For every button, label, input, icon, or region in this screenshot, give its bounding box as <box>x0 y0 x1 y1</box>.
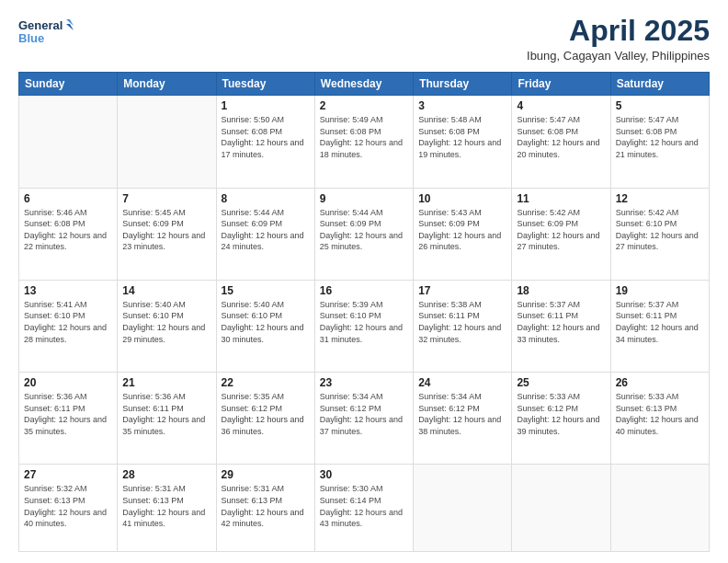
day-sunset: Sunset: 6:08 PM <box>616 126 704 138</box>
day-daylight: Daylight: 12 hours and 41 minutes. <box>122 507 210 530</box>
svg-text:Blue: Blue <box>18 31 44 45</box>
day-sunrise: Sunrise: 5:50 AM <box>222 114 310 126</box>
day-sunset: Sunset: 6:09 PM <box>320 218 408 230</box>
calendar-header-row: Sunday Monday Tuesday Wednesday Thursday… <box>19 73 710 96</box>
day-sunset: Sunset: 6:10 PM <box>24 310 112 322</box>
title-block: April 2025 Ibung, Cagayan Valley, Philip… <box>527 15 710 63</box>
day-number: 30 <box>320 468 408 481</box>
day-sunrise: Sunrise: 5:36 AM <box>24 391 112 403</box>
day-sunset: Sunset: 6:13 PM <box>122 495 210 507</box>
day-sunset: Sunset: 6:12 PM <box>517 403 605 415</box>
table-row: 2 Sunrise: 5:49 AM Sunset: 6:08 PM Dayli… <box>314 96 413 188</box>
day-daylight: Daylight: 12 hours and 31 minutes. <box>320 322 408 345</box>
table-row <box>19 96 118 188</box>
day-daylight: Daylight: 12 hours and 38 minutes. <box>418 414 506 437</box>
day-daylight: Daylight: 12 hours and 17 minutes. <box>222 137 310 160</box>
day-sunset: Sunset: 6:13 PM <box>616 403 704 415</box>
day-number: 19 <box>616 284 704 297</box>
day-sunrise: Sunrise: 5:33 AM <box>517 391 605 403</box>
day-sunset: Sunset: 6:11 PM <box>616 310 704 322</box>
day-sunset: Sunset: 6:08 PM <box>24 218 112 230</box>
day-sunrise: Sunrise: 5:37 AM <box>517 299 605 311</box>
table-row <box>610 465 709 552</box>
day-number: 23 <box>320 376 408 389</box>
day-sunrise: Sunrise: 5:40 AM <box>122 299 210 311</box>
day-sunset: Sunset: 6:11 PM <box>122 403 210 415</box>
day-daylight: Daylight: 12 hours and 20 minutes. <box>517 137 605 160</box>
day-sunset: Sunset: 6:08 PM <box>222 126 310 138</box>
day-sunset: Sunset: 6:11 PM <box>24 403 112 415</box>
day-daylight: Daylight: 12 hours and 27 minutes. <box>616 230 704 253</box>
svg-marker-3 <box>66 24 74 30</box>
table-row: 28 Sunrise: 5:31 AM Sunset: 6:13 PM Dayl… <box>118 465 216 552</box>
table-row: 4 Sunrise: 5:47 AM Sunset: 6:08 PM Dayli… <box>512 96 610 188</box>
page-header: General Blue April 2025 Ibung, Cagayan V… <box>18 15 710 63</box>
day-daylight: Daylight: 12 hours and 36 minutes. <box>222 414 310 437</box>
day-daylight: Daylight: 12 hours and 25 minutes. <box>320 230 408 253</box>
day-daylight: Daylight: 12 hours and 19 minutes. <box>418 137 506 160</box>
day-sunrise: Sunrise: 5:48 AM <box>418 114 506 126</box>
table-row: 8 Sunrise: 5:44 AM Sunset: 6:09 PM Dayli… <box>216 188 314 280</box>
table-row: 14 Sunrise: 5:40 AM Sunset: 6:10 PM Dayl… <box>118 280 216 372</box>
day-daylight: Daylight: 12 hours and 40 minutes. <box>616 414 704 437</box>
day-sunset: Sunset: 6:08 PM <box>320 126 408 138</box>
table-row: 9 Sunrise: 5:44 AM Sunset: 6:09 PM Dayli… <box>314 188 413 280</box>
day-sunset: Sunset: 6:09 PM <box>517 218 605 230</box>
page-subtitle: Ibung, Cagayan Valley, Philippines <box>527 49 710 63</box>
table-row: 15 Sunrise: 5:40 AM Sunset: 6:10 PM Dayl… <box>216 280 314 372</box>
day-sunset: Sunset: 6:13 PM <box>222 495 310 507</box>
day-number: 22 <box>222 376 310 389</box>
day-daylight: Daylight: 12 hours and 39 minutes. <box>517 414 605 437</box>
col-tuesday: Tuesday <box>216 73 314 96</box>
day-sunset: Sunset: 6:09 PM <box>418 218 506 230</box>
day-sunset: Sunset: 6:12 PM <box>418 403 506 415</box>
day-daylight: Daylight: 12 hours and 33 minutes. <box>517 322 605 345</box>
day-daylight: Daylight: 12 hours and 22 minutes. <box>24 230 112 253</box>
day-sunrise: Sunrise: 5:49 AM <box>320 114 408 126</box>
day-sunrise: Sunrise: 5:36 AM <box>122 391 210 403</box>
table-row: 30 Sunrise: 5:30 AM Sunset: 6:14 PM Dayl… <box>314 465 413 552</box>
col-sunday: Sunday <box>19 73 118 96</box>
day-sunrise: Sunrise: 5:47 AM <box>616 114 704 126</box>
day-sunrise: Sunrise: 5:35 AM <box>222 391 310 403</box>
table-row: 16 Sunrise: 5:39 AM Sunset: 6:10 PM Dayl… <box>314 280 413 372</box>
day-number: 2 <box>320 99 408 112</box>
day-number: 27 <box>24 468 112 481</box>
day-sunrise: Sunrise: 5:33 AM <box>616 391 704 403</box>
table-row: 1 Sunrise: 5:50 AM Sunset: 6:08 PM Dayli… <box>216 96 314 188</box>
day-sunset: Sunset: 6:13 PM <box>24 495 112 507</box>
day-sunset: Sunset: 6:10 PM <box>122 310 210 322</box>
col-friday: Friday <box>512 73 610 96</box>
table-row: 18 Sunrise: 5:37 AM Sunset: 6:11 PM Dayl… <box>512 280 610 372</box>
day-sunrise: Sunrise: 5:31 AM <box>222 483 310 495</box>
day-daylight: Daylight: 12 hours and 37 minutes. <box>320 414 408 437</box>
day-number: 16 <box>320 284 408 297</box>
day-daylight: Daylight: 12 hours and 23 minutes. <box>122 230 210 253</box>
day-daylight: Daylight: 12 hours and 34 minutes. <box>616 322 704 345</box>
day-number: 21 <box>122 376 210 389</box>
day-sunset: Sunset: 6:08 PM <box>418 126 506 138</box>
day-daylight: Daylight: 12 hours and 35 minutes. <box>122 414 210 437</box>
table-row <box>512 465 610 552</box>
day-sunrise: Sunrise: 5:30 AM <box>320 483 408 495</box>
table-row <box>118 96 216 188</box>
day-sunrise: Sunrise: 5:45 AM <box>122 207 210 219</box>
day-sunrise: Sunrise: 5:44 AM <box>320 207 408 219</box>
day-sunrise: Sunrise: 5:32 AM <box>24 483 112 495</box>
day-sunrise: Sunrise: 5:38 AM <box>418 299 506 311</box>
day-sunrise: Sunrise: 5:37 AM <box>616 299 704 311</box>
day-sunset: Sunset: 6:12 PM <box>222 403 310 415</box>
day-sunset: Sunset: 6:14 PM <box>320 495 408 507</box>
day-daylight: Daylight: 12 hours and 42 minutes. <box>222 507 310 530</box>
col-saturday: Saturday <box>610 73 709 96</box>
day-number: 10 <box>418 192 506 205</box>
day-number: 5 <box>616 99 704 112</box>
table-row: 6 Sunrise: 5:46 AM Sunset: 6:08 PM Dayli… <box>19 188 118 280</box>
day-sunset: Sunset: 6:08 PM <box>517 126 605 138</box>
day-number: 14 <box>122 284 210 297</box>
svg-text:General: General <box>18 18 63 32</box>
calendar-table: Sunday Monday Tuesday Wednesday Thursday… <box>18 72 710 552</box>
day-daylight: Daylight: 12 hours and 24 minutes. <box>222 230 310 253</box>
day-number: 3 <box>418 99 506 112</box>
day-number: 24 <box>418 376 506 389</box>
